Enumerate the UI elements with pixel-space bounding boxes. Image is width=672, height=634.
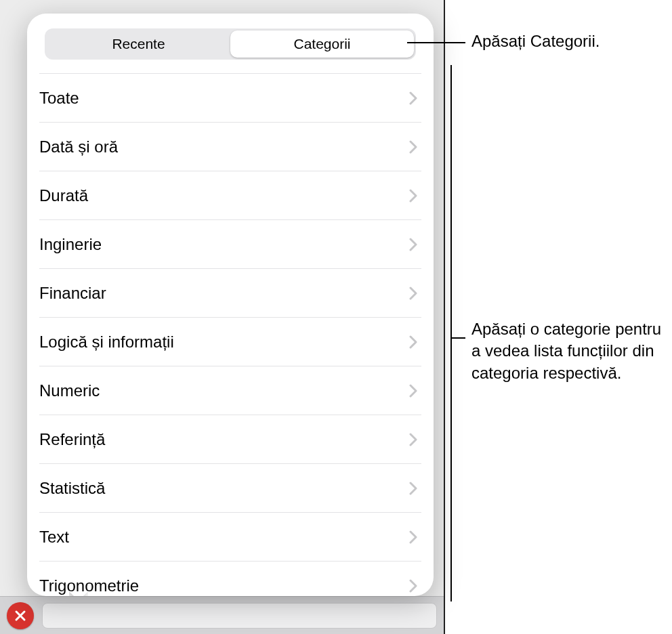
category-row-label: Referință bbox=[39, 430, 105, 449]
category-row-label: Toate bbox=[39, 89, 79, 108]
callout-leader-line bbox=[407, 42, 465, 43]
chevron-right-icon bbox=[409, 530, 421, 544]
category-row[interactable]: Financiar bbox=[39, 269, 421, 318]
chevron-right-icon bbox=[409, 238, 421, 251]
callout-leader-line-2 bbox=[450, 337, 465, 339]
segmented-control: Recente Categorii bbox=[45, 28, 416, 60]
tab-recent-label: Recente bbox=[112, 36, 165, 52]
category-row[interactable]: Statistică bbox=[39, 464, 421, 513]
panel-background: Recente Categorii ToateDată și orăDurată… bbox=[0, 0, 445, 634]
category-row-label: Trigonometrie bbox=[39, 576, 139, 595]
category-row[interactable]: Text bbox=[39, 513, 421, 562]
chevron-right-icon bbox=[409, 140, 421, 154]
chevron-right-icon bbox=[409, 91, 421, 105]
chevron-right-icon bbox=[409, 433, 421, 446]
tab-categories[interactable]: Categorii bbox=[230, 30, 414, 58]
category-row-label: Statistică bbox=[39, 479, 105, 498]
category-row[interactable]: Logică și informații bbox=[39, 318, 421, 366]
category-row[interactable]: Numeric bbox=[39, 366, 421, 415]
functions-popover: Recente Categorii ToateDată și orăDurată… bbox=[27, 14, 434, 596]
category-row[interactable]: Referință bbox=[39, 415, 421, 464]
formula-input[interactable] bbox=[42, 603, 437, 629]
category-row[interactable]: Trigonometrie bbox=[39, 562, 421, 596]
category-row-label: Logică și informații bbox=[39, 333, 174, 352]
chevron-right-icon bbox=[409, 482, 421, 495]
callout-tap-category-detail: Apăsați o categorie pentru a vedea lista… bbox=[471, 318, 672, 384]
formula-bar bbox=[0, 596, 444, 634]
category-row-label: Text bbox=[39, 528, 69, 547]
chevron-right-icon bbox=[409, 287, 421, 300]
category-row-label: Numeric bbox=[39, 381, 100, 400]
chevron-right-icon bbox=[409, 579, 421, 593]
chevron-right-icon bbox=[409, 384, 421, 398]
category-row-label: Financiar bbox=[39, 284, 106, 303]
category-row[interactable]: Durată bbox=[39, 171, 421, 220]
category-row-label: Dată și oră bbox=[39, 138, 118, 156]
category-row[interactable]: Inginerie bbox=[39, 220, 421, 269]
category-row[interactable]: Toate bbox=[39, 73, 421, 123]
stage: Recente Categorii ToateDată și orăDurată… bbox=[0, 0, 672, 634]
tab-categories-label: Categorii bbox=[293, 36, 350, 52]
close-icon bbox=[14, 610, 26, 622]
category-row-label: Durată bbox=[39, 186, 88, 205]
tab-recent[interactable]: Recente bbox=[47, 30, 230, 58]
popover-tail bbox=[69, 592, 88, 596]
category-row-label: Inginerie bbox=[39, 235, 102, 254]
chevron-right-icon bbox=[409, 189, 421, 203]
cancel-button[interactable] bbox=[7, 602, 34, 629]
segmented-control-wrap: Recente Categorii bbox=[27, 14, 434, 60]
chevron-right-icon bbox=[409, 335, 421, 349]
callout-tap-categories: Apăsați Categorii. bbox=[471, 30, 661, 52]
callout-bracket-line bbox=[450, 65, 452, 601]
category-row[interactable]: Dată și oră bbox=[39, 123, 421, 171]
category-list: ToateDată și orăDuratăInginerieFinanciar… bbox=[27, 73, 434, 596]
